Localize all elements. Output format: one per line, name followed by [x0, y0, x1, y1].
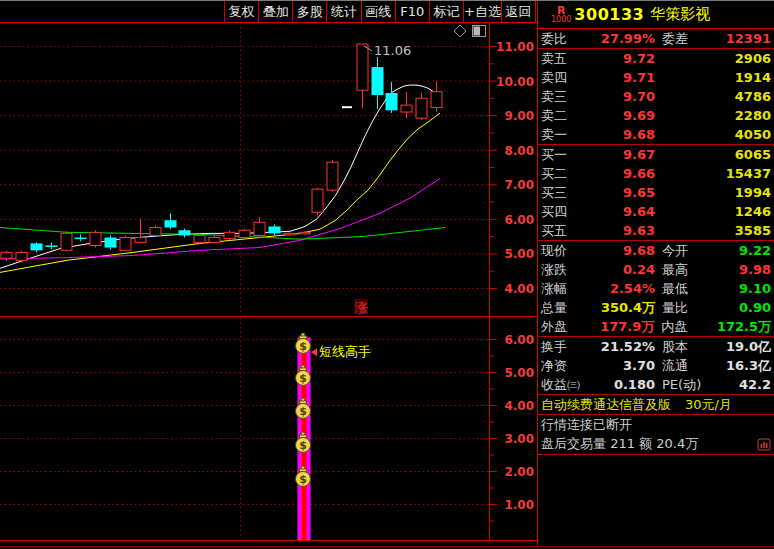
menu-item-statistics[interactable]: 统计 [326, 1, 360, 22]
menu-item-mark[interactable]: 标记 [429, 1, 463, 22]
level-price: 9.68 [593, 127, 655, 142]
candle-up [224, 232, 235, 238]
field-label: 委差 [662, 30, 718, 48]
svg-text:$: $ [299, 405, 307, 418]
financial-row[interactable]: 净资3.70流通16.3亿 [538, 356, 774, 375]
ask-row[interactable]: 卖二9.692280 [538, 106, 774, 125]
field-label: 量比 [662, 299, 718, 317]
field-value: 0.24 [593, 262, 655, 277]
candle-up [431, 92, 442, 108]
panel-borders [0, 23, 537, 541]
candle-up [299, 232, 310, 234]
menu-item-draw-line[interactable]: 画线 [361, 1, 395, 22]
field-value: 2.54% [593, 281, 655, 296]
candle-up [327, 162, 338, 190]
signal-arrow-icon [311, 348, 317, 356]
indicator-name[interactable]: 短线高手 [319, 344, 371, 359]
level-price: 9.72 [593, 51, 655, 66]
bottom-border [0, 546, 774, 547]
level-volume: 3585 [655, 223, 771, 238]
level-label: 卖四 [541, 69, 593, 87]
candle-up [312, 189, 323, 212]
indicator-axis-label: 6.00 [504, 333, 534, 347]
level-label: 卖五 [541, 50, 593, 68]
bid-row[interactable]: 买一9.676065 [538, 145, 774, 164]
quote-header[interactable]: R 1000 300133 华策影视 [538, 1, 774, 29]
candles [1, 44, 442, 262]
svg-text:11.06: 11.06 [374, 43, 411, 58]
bid-row[interactable]: 买四9.641246 [538, 202, 774, 221]
candle-up [284, 233, 295, 235]
field-label: 股本 [662, 338, 718, 356]
snapshot-row[interactable]: 涨跌0.24最高9.98 [538, 260, 774, 279]
svg-text:$: $ [299, 340, 307, 353]
menu-item-adjust[interactable]: 复权 [224, 1, 258, 22]
ask-row[interactable]: 卖五9.722906 [538, 49, 774, 68]
bid-row[interactable]: 买五9.633585 [538, 221, 774, 240]
menu: 复权叠加多股统计画线F10标记+自选返回 [224, 1, 536, 22]
level-volume: 1246 [655, 204, 771, 219]
candle-up [254, 222, 265, 235]
subscription-notice[interactable]: 自动续费通达信普及版30元/月 [538, 395, 774, 414]
market-r1000-badge: R 1000 [551, 5, 571, 24]
ask-row[interactable]: 卖四9.711914 [538, 68, 774, 87]
level-label: 卖二 [541, 107, 593, 125]
menu-item-back[interactable]: 返回 [501, 1, 536, 22]
after-hours-row: 盘后交易量 211 额 20.4万 [538, 434, 774, 454]
field-label: 最低 [662, 280, 718, 298]
financial-row[interactable]: 收益㈢0.180PE(动)42.2 [538, 375, 774, 394]
status-block: 行情连接已断开盘后交易量 211 额 20.4万 [538, 415, 774, 455]
candle-up [194, 235, 205, 242]
bid-row[interactable]: 买二9.6615437 [538, 164, 774, 183]
menu-item-add-watchlist[interactable]: +自选 [463, 1, 501, 22]
level-price: 9.67 [593, 147, 655, 162]
level-price: 9.69 [593, 108, 655, 123]
field-value: 19.0亿 [718, 338, 771, 356]
rise-badge: 涨 [354, 299, 368, 315]
menu-item-f10[interactable]: F10 [395, 1, 429, 22]
quote-panel: R 1000 300133 华策影视 委比27.99%委差12391卖五9.72… [537, 0, 774, 546]
level-label: 买一 [541, 146, 593, 164]
field-label: PE(动) [662, 376, 718, 394]
field-value: 3.70 [593, 358, 655, 373]
level-label: 买四 [541, 203, 593, 221]
ask-row[interactable]: 卖三9.704786 [538, 87, 774, 106]
main-axis-label: 6.00 [504, 213, 534, 227]
diamond-icon[interactable] [454, 25, 466, 37]
menu-item-overlay[interactable]: 叠加 [258, 1, 292, 22]
bid-row[interactable]: 买三9.651994 [538, 183, 774, 202]
snapshot-row[interactable]: 涨幅2.54%最低9.10 [538, 279, 774, 298]
menu-item-multi-stock[interactable]: 多股 [292, 1, 326, 22]
financial-row[interactable]: 换手21.52%股本19.0亿 [538, 337, 774, 356]
level-volume: 4786 [655, 89, 771, 104]
level-volume: 1994 [655, 185, 771, 200]
field-label: 今开 [662, 242, 718, 260]
candle-up [61, 233, 72, 250]
weibi-row[interactable]: 委比27.99%委差12391 [538, 29, 774, 48]
candle-up [90, 232, 101, 245]
field-value: 9.10 [718, 281, 771, 296]
stock-chart-canvas[interactable]: 11.0010.009.008.007.006.005.004.006.005.… [0, 23, 538, 542]
indicator-axis-label: 5.00 [504, 366, 534, 380]
candle-up [120, 238, 131, 251]
notice-text: 自动续费通达信普及版 [541, 396, 671, 414]
trading-terminal-window: { "palette":{"red":"#ff3434","green":"#0… [0, 0, 774, 549]
ask-row[interactable]: 卖一9.684050 [538, 125, 774, 144]
snapshot-row[interactable]: 外盘177.9万内盘172.5万 [538, 317, 774, 336]
main-axis-label: 5.00 [504, 247, 534, 261]
level-volume: 1914 [655, 70, 771, 85]
snapshot-row[interactable]: 总量350.4万量比0.90 [538, 298, 774, 317]
volume-chart-icon[interactable] [757, 438, 771, 451]
level-price: 9.71 [593, 70, 655, 85]
candle-up [401, 105, 412, 112]
stock-code: 300133 [574, 5, 644, 24]
snapshot-row[interactable]: 现价9.68今开9.22 [538, 241, 774, 260]
candle-up [416, 98, 427, 118]
r1000-badge-label: 1000 [551, 16, 571, 24]
field-label: 总量 [541, 299, 593, 317]
candle-down [179, 230, 191, 235]
level-volume: 6065 [655, 147, 771, 162]
candle-down [165, 220, 177, 227]
bids-block: 买一9.676065买二9.6615437买三9.651994买四9.64124… [538, 145, 774, 241]
candle-down [105, 238, 117, 248]
